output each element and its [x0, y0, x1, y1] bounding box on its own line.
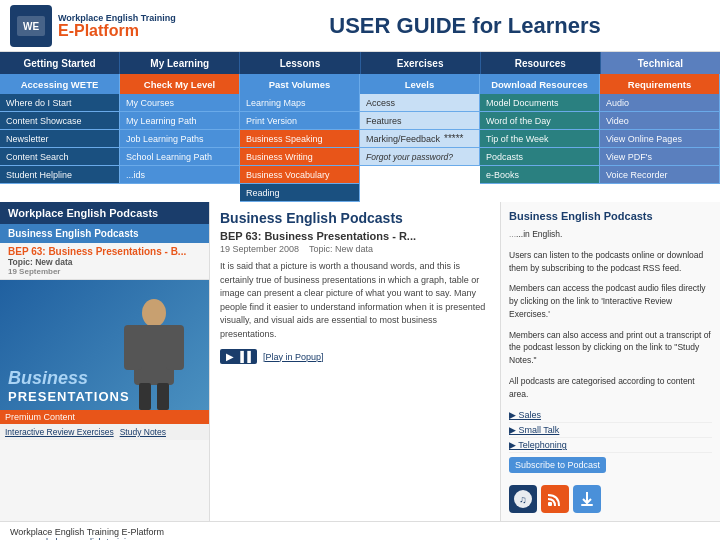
menu-business-vocabulary[interactable]: Business Vocabulary	[240, 166, 360, 184]
sidebar-image-text: Business PRESENTATIONS	[8, 368, 130, 404]
itunes-icon[interactable]: ♫	[509, 485, 537, 513]
logo-platform: -Platform	[69, 22, 139, 39]
right-panel-intro: ......in English.	[509, 228, 712, 241]
menu-access[interactable]: Access	[360, 94, 480, 112]
study-notes-link[interactable]: Study Notes	[120, 427, 166, 437]
menu-col-6: Audio Video View Online Pages View PDF's…	[600, 94, 720, 202]
rss-icon[interactable]	[541, 485, 569, 513]
menu-ebooks[interactable]: e-Books	[480, 166, 600, 184]
main-content: Business English Podcasts BEP 63: Busine…	[210, 202, 500, 521]
menu-school-learning[interactable]: School Learning Path	[120, 148, 240, 166]
menu-col-5: Model Documents Word of the Day Tip of t…	[480, 94, 600, 202]
play-popup-link[interactable]: [Play in Popup]	[263, 352, 324, 362]
svg-point-2	[142, 299, 166, 327]
svg-rect-5	[166, 325, 184, 370]
right-panel-text1: Users can listen to the podcasts online …	[509, 249, 712, 275]
svg-text:♫: ♫	[519, 494, 527, 505]
episode-topic: Topic: New data	[309, 244, 373, 254]
subscribe-icons: ♫	[509, 485, 712, 513]
menu-student-helpline[interactable]: Student Helpline	[0, 166, 120, 184]
menu-my-learning-path[interactable]: My Learning Path	[120, 112, 240, 130]
logo-icon: WE	[10, 5, 52, 47]
menu-content-showcase[interactable]: Content Showcase	[0, 112, 120, 130]
menu-newsletter[interactable]: Newsletter	[0, 130, 120, 148]
sidebar-episode-item[interactable]: BEP 63: Business Presentations - B... To…	[0, 243, 209, 280]
episode-list-item-sales[interactable]: ▶ Sales	[509, 408, 712, 423]
menu-word-of-day[interactable]: Word of the Day	[480, 112, 600, 130]
nav-exercises[interactable]: Exercises	[361, 52, 481, 74]
menu-reading[interactable]: Reading	[240, 184, 360, 202]
menu-podcasts-res[interactable]: Podcasts	[480, 148, 600, 166]
menu-my-courses[interactable]: My Courses	[120, 94, 240, 112]
menu-content-search[interactable]: Content Search	[0, 148, 120, 166]
menu-business-speaking[interactable]: Business Speaking	[240, 130, 360, 148]
svg-rect-7	[157, 383, 169, 410]
episode-date: 19 September 2008	[220, 244, 299, 254]
interactive-review-link[interactable]: Interactive Review Exercises	[5, 427, 114, 437]
sidebar-section: Business English Podcasts	[0, 224, 209, 243]
right-panel-text4: All podcasts are categorised according t…	[509, 375, 712, 401]
menu-audio[interactable]: Audio	[600, 94, 720, 112]
svg-text:WE: WE	[23, 21, 39, 32]
subscribe-button[interactable]: Subscribe to Podcast	[509, 457, 606, 473]
episode-list-item-smalltalk[interactable]: ▶ Small Talk	[509, 423, 712, 438]
download-icon[interactable]	[573, 485, 601, 513]
menu-features[interactable]: Features	[360, 112, 480, 130]
menu-view-online[interactable]: View Online Pages	[600, 130, 720, 148]
menu-forgot-password[interactable]: Forgot your password?	[360, 148, 480, 166]
image-presentations: PRESENTATIONS	[8, 389, 130, 404]
footer: Workplace English Training E-Platform ww…	[0, 521, 720, 540]
footer-company: Workplace English Training E-Platform	[10, 527, 164, 537]
dropdown-download[interactable]: Download Resources	[480, 74, 600, 94]
dropdown-check-level[interactable]: Check My Level	[120, 74, 240, 94]
menu-video[interactable]: Video	[600, 112, 720, 130]
sidebar-title: Workplace English Podcasts	[0, 202, 209, 224]
logo-text: Workplace English Training E-Platform	[58, 13, 176, 39]
menu-col-3: Learning Maps Print Version Business Spe…	[240, 94, 360, 202]
menu-business-writing[interactable]: Business Writing	[240, 148, 360, 166]
dropdown-accessing[interactable]: Accessing WETE	[0, 74, 120, 94]
episode-list-item-telephoning[interactable]: ▶ Telephoning	[509, 438, 712, 453]
menu-col-1: Where do I Start Content Showcase Newsle…	[0, 94, 120, 202]
dropdown-past-volumes[interactable]: Past Volumes	[240, 74, 360, 94]
menu-tip-of-week[interactable]: Tip of the Week	[480, 130, 600, 148]
logo-e: E	[58, 22, 69, 39]
play-bar: ▶ ▐▐ [Play in Popup]	[220, 349, 490, 364]
logo-area: WE Workplace English Training E-Platform	[10, 5, 220, 47]
menu-voice-recorder[interactable]: Voice Recorder	[600, 166, 720, 184]
svg-rect-10	[548, 502, 552, 506]
subscribe-label: Subscribe to Podcast	[515, 460, 600, 470]
menu-marking[interactable]: Marking/Feedback *****	[360, 130, 480, 148]
page-title: USER GUIDE for Learners	[220, 13, 710, 39]
nav-bar: Getting Started My Learning Lessons Exer…	[0, 52, 720, 74]
nav-technical[interactable]: Technical	[601, 52, 720, 74]
nav-my-learning[interactable]: My Learning	[120, 52, 240, 74]
svg-rect-11	[581, 504, 593, 506]
dropdown-nav: Accessing WETE Check My Level Past Volum…	[0, 74, 720, 94]
menu-col-2: My Courses My Learning Path Job Learning…	[120, 94, 240, 202]
right-panel-text3: Members can also access and print out a …	[509, 329, 712, 367]
menu-job-learning[interactable]: Job Learning Paths	[120, 130, 240, 148]
logo-bottom-text: E-Platform	[58, 23, 176, 39]
episode-sub-sidebar: Topic: New data	[8, 257, 201, 267]
menu-view-pdfs[interactable]: View PDF's	[600, 148, 720, 166]
nav-lessons[interactable]: Lessons	[240, 52, 360, 74]
episode-title-sidebar: BEP 63: Business Presentations - B...	[8, 246, 201, 257]
episode-text: It is said that a picture is worth a tho…	[220, 260, 490, 341]
dropdown-levels[interactable]: Levels	[360, 74, 480, 94]
menu-where-start[interactable]: Where do I Start	[0, 94, 120, 112]
premium-links: Interactive Review Exercises Study Notes	[0, 424, 209, 440]
nav-resources[interactable]: Resources	[481, 52, 601, 74]
episode-list: ▶ Sales ▶ Small Talk ▶ Telephoning	[509, 408, 712, 453]
menu-learning-maps[interactable]: Learning Maps	[240, 94, 360, 112]
menu-print-version[interactable]: Print Version	[240, 112, 360, 130]
menu-ids[interactable]: ...ids	[120, 166, 240, 184]
menu-model-docs[interactable]: Model Documents	[480, 94, 600, 112]
sidebar: Workplace English Podcasts Business Engl…	[0, 202, 210, 521]
nav-getting-started[interactable]: Getting Started	[0, 52, 120, 74]
dropdown-requirements[interactable]: Requirements	[600, 74, 720, 94]
episode-date-sidebar: 19 September	[8, 267, 201, 276]
header: WE Workplace English Training E-Platform…	[0, 0, 720, 52]
episode-meta: 19 September 2008 Topic: New data	[220, 244, 490, 254]
play-button[interactable]: ▶ ▐▐	[220, 349, 257, 364]
